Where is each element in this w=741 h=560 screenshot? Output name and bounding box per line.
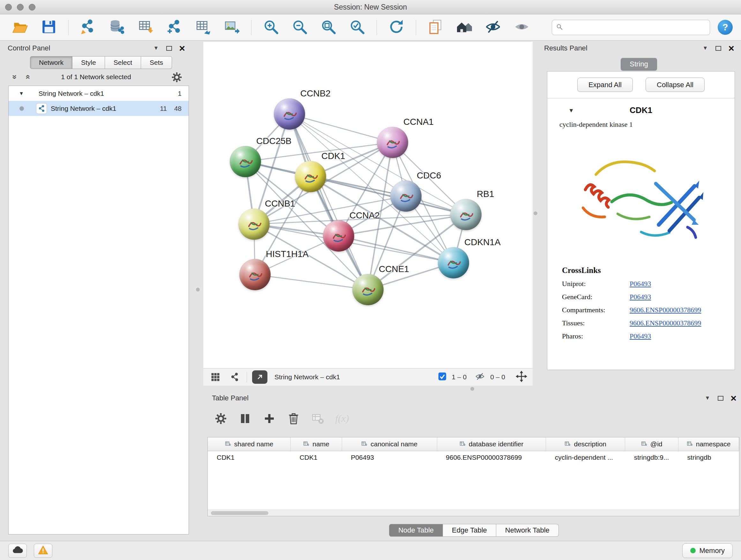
open-session-button[interactable]	[8, 17, 32, 38]
zoom-selected-button[interactable]	[345, 17, 369, 38]
crosslink-link[interactable]: P06493	[630, 293, 651, 301]
gene-section-header[interactable]: ▼ CDK1	[547, 98, 735, 115]
selected-count: 1 – 0	[452, 373, 467, 381]
panel-menu-icon[interactable]: ▼	[153, 45, 158, 51]
network-options-gear-icon[interactable]	[171, 71, 183, 83]
tree-expand-icon[interactable]: ▼	[19, 91, 24, 97]
pan-crosshair-icon[interactable]	[515, 370, 528, 384]
network-edge[interactable]	[311, 177, 466, 214]
table-row[interactable]: CDK1CDK1P064939606.ENSP00000378699cyclin…	[208, 451, 739, 464]
column-header-description[interactable]: description	[546, 437, 625, 451]
new-network-button[interactable]	[162, 17, 186, 38]
zoom-in-button[interactable]	[259, 17, 283, 38]
tab-network-table[interactable]: Network Table	[496, 524, 559, 537]
help-button[interactable]: ?	[718, 20, 733, 35]
collapse-all-networks-icon[interactable]: «	[10, 75, 18, 79]
tab-style[interactable]: Style	[72, 56, 105, 69]
hide-selected-button[interactable]	[481, 17, 505, 38]
expand-all-networks-icon[interactable]: »	[23, 75, 31, 79]
network-node-CCNB1[interactable]	[239, 208, 270, 240]
network-node-RB1[interactable]	[450, 199, 482, 230]
import-table-file-button[interactable]	[134, 17, 157, 38]
network-node-CDKN1A[interactable]	[438, 247, 469, 278]
close-panel-icon[interactable]: ×	[179, 43, 185, 53]
network-canvas[interactable]: CCNB2CCNA1CDC25BCDK1CDC6RB1CCNB1CCNA2CDK…	[203, 42, 533, 368]
network-node-CCNE1[interactable]	[352, 274, 384, 305]
import-network-database-button[interactable]	[105, 17, 129, 38]
search-box[interactable]	[552, 20, 710, 35]
splitter-grip[interactable]	[196, 288, 200, 292]
network-edge[interactable]	[255, 274, 368, 290]
crosslink-link[interactable]: P06493	[630, 280, 651, 288]
float-panel-icon[interactable]	[716, 46, 721, 51]
column-header-shared-name[interactable]: shared name	[208, 437, 291, 451]
tab-network[interactable]: Network	[30, 56, 72, 69]
gene-collapse-icon[interactable]: ▼	[568, 107, 574, 114]
network-node-CDC25B[interactable]	[230, 146, 261, 177]
expand-all-button[interactable]: Expand All	[577, 78, 633, 92]
network-node-CDK1[interactable]	[295, 161, 326, 192]
duplicate-network-button[interactable]	[424, 17, 448, 38]
network-edge[interactable]	[289, 114, 368, 290]
hidden-eye-slash-icon[interactable]	[475, 371, 485, 383]
show-all-button[interactable]	[510, 17, 534, 38]
column-header--id[interactable]: @id	[625, 437, 678, 451]
column-header-namespace[interactable]: namespace	[678, 437, 739, 451]
tab-select[interactable]: Select	[105, 56, 141, 69]
splitter-grip[interactable]	[470, 387, 474, 391]
open-in-new-window-button[interactable]	[252, 370, 267, 384]
crosslink-row: GeneCard:P06493	[562, 293, 735, 301]
cloud-status-button[interactable]	[8, 544, 27, 558]
crosslink-link[interactable]: 9606.ENSP00000378699	[630, 306, 701, 314]
table-settings-button[interactable]	[214, 412, 227, 425]
collapse-all-button[interactable]: Collapse All	[646, 78, 704, 92]
import-network-file-button[interactable]	[76, 17, 100, 38]
tab-sets[interactable]: Sets	[141, 56, 172, 69]
float-panel-icon[interactable]	[718, 396, 724, 401]
network-node-CCNB2[interactable]	[274, 98, 305, 130]
network-node-CCNA1[interactable]	[377, 127, 408, 158]
float-panel-icon[interactable]	[166, 46, 172, 51]
column-header-name[interactable]: name	[291, 437, 342, 451]
network-node-CCNA2[interactable]	[323, 220, 354, 252]
tab-edge-table[interactable]: Edge Table	[443, 524, 496, 537]
horizontal-scrollbar[interactable]	[208, 509, 739, 516]
birdseye-view-button[interactable]	[453, 17, 476, 38]
memory-button[interactable]: Memory	[682, 543, 733, 558]
panel-menu-icon[interactable]: ▼	[702, 45, 708, 51]
network-node-HIST1H1A[interactable]	[239, 259, 271, 290]
add-column-button[interactable]	[263, 412, 276, 425]
export-image-button[interactable]	[220, 17, 244, 38]
crosslink-link[interactable]: P06493	[630, 332, 651, 340]
birdseye-view-icon	[456, 19, 472, 36]
column-header-canonical-name[interactable]: canonical name	[342, 437, 437, 451]
network-collection-row[interactable]: ▼ String Network – cdk1 1	[9, 86, 189, 101]
network-row[interactable]: String Network – cdk1 11 48	[9, 101, 189, 116]
search-input[interactable]	[566, 23, 706, 31]
birdseye-toggle-icon[interactable]	[208, 371, 222, 383]
scrollbar-thumb[interactable]	[211, 511, 268, 515]
selected-nodes-checkbox-icon[interactable]	[438, 372, 447, 382]
tab-string[interactable]: String	[621, 58, 657, 71]
zoom-window-button[interactable]	[29, 4, 36, 10]
close-window-button[interactable]	[5, 4, 12, 10]
new-table-button[interactable]	[191, 17, 215, 38]
apply-layout-button[interactable]	[385, 17, 408, 38]
network-node-CDC6[interactable]	[390, 180, 421, 212]
column-header-database-identifier[interactable]: database identifier	[437, 437, 546, 451]
show-columns-button[interactable]	[239, 412, 252, 425]
crosslink-link[interactable]: 9606.ENSP00000378699	[630, 319, 701, 327]
minimize-window-button[interactable]	[17, 4, 23, 10]
network-edge[interactable]	[339, 236, 454, 263]
close-panel-icon[interactable]: ×	[728, 43, 734, 53]
delete-column-button[interactable]	[287, 412, 300, 425]
splitter-grip[interactable]	[534, 211, 537, 215]
network-overview-icon[interactable]	[227, 371, 242, 383]
tab-node-table[interactable]: Node Table	[389, 524, 443, 537]
zoom-fit-button[interactable]	[317, 17, 340, 38]
warnings-button[interactable]	[34, 544, 52, 558]
zoom-out-button[interactable]	[288, 17, 312, 38]
save-session-button[interactable]	[37, 17, 61, 38]
panel-menu-icon[interactable]: ▼	[704, 395, 710, 401]
close-panel-icon[interactable]: ×	[731, 393, 737, 403]
